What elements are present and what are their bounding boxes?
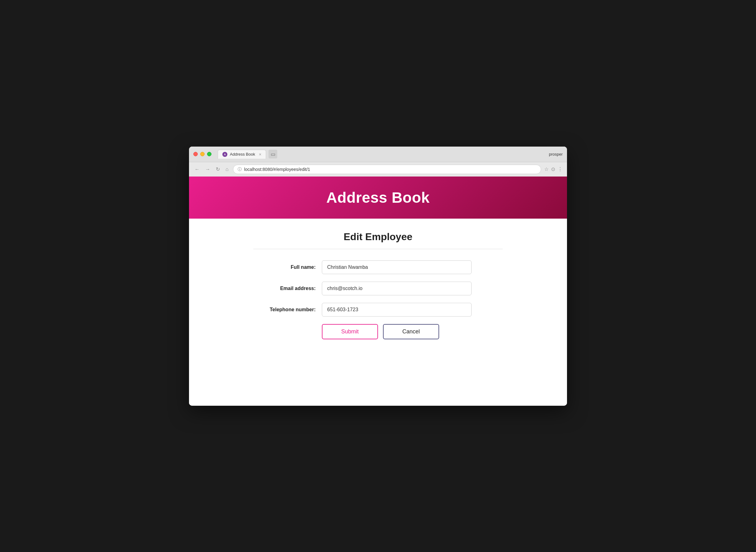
- close-button[interactable]: [193, 152, 198, 156]
- cast-icon[interactable]: ⊙: [551, 166, 555, 172]
- reload-icon: ↻: [216, 166, 220, 172]
- menu-icon[interactable]: ⋮: [558, 166, 563, 172]
- app-title: Address Book: [195, 189, 561, 206]
- active-tab[interactable]: A Address Book ×: [218, 150, 266, 159]
- address-bar[interactable]: ⓘ localhost:8080/#/employees/edit/1: [233, 165, 541, 174]
- bookmark-icon[interactable]: ☆: [544, 166, 549, 172]
- form-actions: Submit Cancel: [322, 324, 503, 339]
- forward-button[interactable]: →: [204, 166, 211, 173]
- home-button[interactable]: ⌂: [224, 166, 230, 173]
- reload-button[interactable]: ↻: [214, 166, 221, 173]
- app-header: Address Book: [189, 176, 567, 219]
- page-title: Edit Employee: [253, 231, 503, 243]
- cancel-button[interactable]: Cancel: [383, 324, 439, 339]
- app-content: Edit Employee Full name: Email address: …: [189, 219, 567, 406]
- tab-close-button[interactable]: ×: [259, 152, 261, 157]
- telephone-input[interactable]: [322, 303, 472, 316]
- email-label: Email address:: [253, 286, 316, 291]
- fullname-label: Full name:: [253, 264, 316, 270]
- fullname-input[interactable]: [322, 260, 472, 274]
- form-group-fullname: Full name:: [253, 260, 503, 274]
- divider: [253, 249, 503, 249]
- address-bar-row: ← → ↻ ⌂ ⓘ localhost:8080/#/employees/edi…: [189, 162, 567, 176]
- address-bar-actions: ☆ ⊙ ⋮: [544, 166, 563, 172]
- forward-icon: →: [205, 166, 210, 172]
- form-container: Edit Employee Full name: Email address: …: [253, 231, 503, 339]
- form-group-email: Email address:: [253, 282, 503, 295]
- new-tab-icon: ▭: [271, 151, 275, 157]
- tab-title: Address Book: [230, 152, 255, 157]
- tab-bar: A Address Book × ▭: [218, 150, 549, 159]
- submit-button[interactable]: Submit: [322, 324, 378, 339]
- new-tab-button[interactable]: ▭: [269, 150, 277, 158]
- maximize-button[interactable]: [207, 152, 211, 156]
- browser-window: A Address Book × ▭ prosper ← → ↻ ⌂: [189, 147, 567, 406]
- traffic-lights: [193, 152, 211, 156]
- url-display: localhost:8080/#/employees/edit/1: [244, 167, 537, 172]
- back-icon: ←: [195, 166, 199, 172]
- secure-icon: ⓘ: [238, 166, 242, 172]
- telephone-label: Telephone number:: [253, 307, 316, 312]
- home-icon: ⌂: [225, 166, 229, 172]
- browser-titlebar: A Address Book × ▭ prosper: [189, 147, 567, 162]
- back-button[interactable]: ←: [193, 166, 201, 173]
- email-input[interactable]: [322, 282, 472, 295]
- minimize-button[interactable]: [200, 152, 204, 156]
- user-label: prosper: [549, 152, 563, 157]
- form-group-telephone: Telephone number:: [253, 303, 503, 316]
- browser-chrome: A Address Book × ▭ prosper ← → ↻ ⌂: [189, 147, 567, 176]
- tab-favicon: A: [222, 152, 228, 157]
